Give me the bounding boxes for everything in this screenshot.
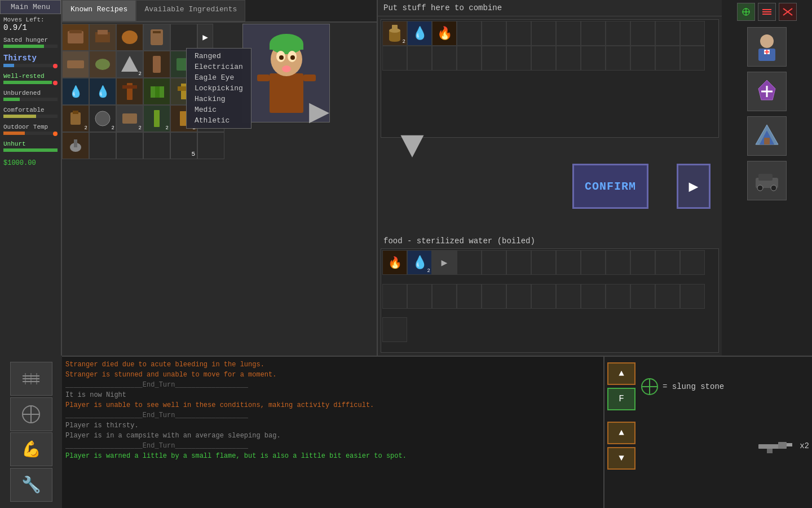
combine-empty[interactable]	[407, 46, 432, 71]
combine-area[interactable]: 2 💧 🔥	[381, 19, 719, 138]
inv-cell-water2[interactable]: 💧	[89, 78, 116, 105]
result-empty[interactable]	[506, 284, 531, 309]
inv-cell-arrow[interactable]: ▶	[197, 24, 213, 51]
combine-empty[interactable]	[382, 46, 407, 71]
result-empty[interactable]	[680, 284, 705, 309]
inv-cell[interactable]	[89, 24, 116, 51]
combine-empty[interactable]	[482, 46, 506, 71]
result-empty[interactable]	[655, 250, 680, 275]
menu-icon[interactable]	[758, 3, 776, 21]
wrench-icon-button[interactable]: 🔧	[10, 468, 52, 502]
inv-cell[interactable]	[62, 51, 89, 78]
inv-cell[interactable]	[143, 51, 170, 78]
muscle-icon-button[interactable]: 💪	[10, 432, 52, 466]
result-empty[interactable]	[407, 284, 432, 309]
combine-empty[interactable]	[680, 46, 705, 71]
ammo-down-button[interactable]: ▼	[607, 447, 636, 470]
result-empty[interactable]	[531, 284, 556, 309]
inv-cell[interactable]	[62, 24, 89, 51]
ammo-up2-button[interactable]: ▲	[607, 422, 636, 444]
result-empty[interactable]	[606, 250, 630, 275]
result-empty[interactable]	[432, 284, 457, 309]
result-empty[interactable]	[581, 284, 606, 309]
result-empty[interactable]	[457, 284, 482, 309]
combine-empty[interactable]	[655, 46, 680, 71]
inv-cell[interactable]	[89, 132, 116, 159]
result-empty[interactable]	[556, 250, 581, 275]
result-item-arrow[interactable]: ▶	[432, 250, 457, 275]
combine-empty[interactable]	[556, 46, 581, 71]
combine-empty[interactable]	[680, 21, 705, 46]
faction-button[interactable]: F	[607, 388, 636, 410]
tab-available-ingredients[interactable]: Available Ingredients	[136, 0, 245, 21]
inv-cell[interactable]: 2	[62, 105, 89, 132]
combine-empty[interactable]	[581, 21, 606, 46]
combine-item-flask[interactable]: 2	[382, 21, 407, 46]
result-area[interactable]: 🔥 💧 2 ▶	[381, 248, 719, 353]
tab-known-recipes[interactable]: Known Recipes	[62, 0, 136, 21]
result-empty[interactable]	[482, 250, 506, 275]
combine-empty[interactable]	[457, 21, 482, 46]
combine-empty[interactable]	[506, 21, 531, 46]
combine-empty[interactable]	[630, 21, 655, 46]
combine-item-water[interactable]: 💧	[407, 21, 432, 46]
result-empty[interactable]	[606, 284, 630, 309]
combine-empty[interactable]	[482, 21, 506, 46]
combine-empty[interactable]	[556, 21, 581, 46]
vehicle-icon-button[interactable]	[747, 161, 787, 200]
inv-cell[interactable]	[143, 24, 170, 51]
inv-cell[interactable]: 2	[116, 105, 143, 132]
inv-cell[interactable]	[116, 78, 143, 105]
skill-athletic[interactable]: Athletic	[189, 115, 249, 126]
skill-ranged[interactable]: Ranged	[189, 51, 249, 62]
combine-empty[interactable]	[606, 21, 630, 46]
ammo-up-button[interactable]: ▲	[607, 362, 636, 385]
grid-icon-button[interactable]	[10, 362, 52, 396]
result-empty[interactable]	[630, 284, 655, 309]
main-menu-button[interactable]: Main Menu	[0, 0, 61, 14]
inv-cell[interactable]	[89, 51, 116, 78]
combine-item-fire[interactable]: 🔥	[432, 21, 457, 46]
medical-icon-button[interactable]	[747, 72, 787, 111]
skills-menu[interactable]: Ranged Electrician Eagle Eye Lockpicking…	[186, 48, 251, 129]
camp-icon-button[interactable]	[747, 116, 787, 156]
combine-empty[interactable]	[457, 46, 482, 71]
combine-empty[interactable]	[606, 46, 630, 71]
combine-empty[interactable]	[531, 46, 556, 71]
inv-cell[interactable]	[116, 132, 143, 159]
confirm-button[interactable]: CONFIRM	[572, 164, 648, 209]
result-empty[interactable]	[680, 250, 705, 275]
result-item-fire[interactable]: 🔥	[382, 250, 407, 275]
skill-electrician[interactable]: Electrician	[189, 62, 249, 72]
combine-empty[interactable]	[432, 46, 457, 71]
skill-eagle-eye[interactable]: Eagle Eye	[189, 72, 249, 83]
result-empty[interactable]	[382, 317, 407, 342]
result-empty[interactable]	[655, 284, 680, 309]
inv-cell[interactable]: 2	[116, 51, 143, 78]
inv-cell[interactable]: 2	[89, 105, 116, 132]
inv-cell[interactable]: 2	[143, 105, 170, 132]
inv-cell[interactable]	[62, 132, 89, 159]
inv-cell[interactable]	[143, 78, 170, 105]
result-empty[interactable]	[531, 250, 556, 275]
result-empty[interactable]	[581, 250, 606, 275]
inv-cell-water1[interactable]: 💧	[62, 78, 89, 105]
next-recipe-button[interactable]: ▶	[677, 164, 710, 209]
inv-cell[interactable]	[170, 24, 197, 51]
inv-cell[interactable]	[116, 24, 143, 51]
skill-hacking[interactable]: Hacking	[189, 94, 249, 104]
combine-empty[interactable]	[581, 46, 606, 71]
result-empty[interactable]	[506, 250, 531, 275]
minimap-indicator[interactable]	[737, 3, 755, 21]
combine-empty[interactable]	[655, 21, 680, 46]
result-empty[interactable]	[457, 250, 482, 275]
result-empty[interactable]	[482, 284, 506, 309]
result-empty[interactable]	[630, 250, 655, 275]
result-empty[interactable]	[556, 284, 581, 309]
inv-cell[interactable]	[197, 132, 224, 159]
skill-lockpicking[interactable]: Lockpicking	[189, 83, 249, 94]
close-icon[interactable]	[779, 3, 797, 21]
skill-medic[interactable]: Medic	[189, 104, 249, 115]
crosshair-icon-button[interactable]	[10, 397, 52, 431]
inv-cell[interactable]: 5	[170, 132, 197, 159]
